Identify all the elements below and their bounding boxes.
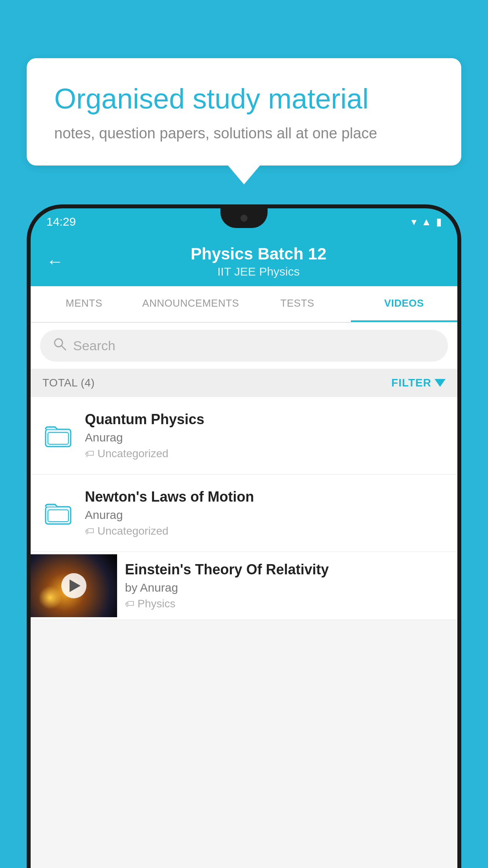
filter-icon <box>435 379 446 387</box>
tab-announcements[interactable]: ANNOUNCEMENTS <box>138 286 244 322</box>
item-title: Newton's Laws of Motion <box>85 489 446 505</box>
back-button[interactable]: ← <box>46 252 64 271</box>
search-bar[interactable]: Search <box>40 330 448 362</box>
status-time: 14:29 <box>46 215 76 228</box>
einstein-content: Einstein's Theory Of Relativity by Anura… <box>117 552 457 620</box>
einstein-tag: 🏷 Physics <box>125 598 449 610</box>
item-author: Anurag <box>85 508 446 522</box>
list-item-thumbnail[interactable]: Einstein's Theory Of Relativity by Anura… <box>31 552 457 620</box>
phone-frame: 14:29 ▾ ▲ ▮ ← Physics Batch 12 IIT JEE P… <box>27 204 461 868</box>
svg-line-1 <box>62 346 66 350</box>
item-content: Quantum Physics Anurag 🏷 Uncategorized <box>85 411 446 460</box>
tab-videos[interactable]: VIDEOS <box>351 286 458 322</box>
signal-icon: ▲ <box>421 216 431 228</box>
phone-inner: 14:29 ▾ ▲ ▮ ← Physics Batch 12 IIT JEE P… <box>31 208 457 868</box>
einstein-tag-label: Physics <box>138 598 175 610</box>
battery-icon: ▮ <box>436 216 442 228</box>
speech-bubble-wrapper: Organised study material notes, question… <box>27 58 461 166</box>
tabs-bar: MENTS ANNOUNCEMENTS TESTS VIDEOS <box>31 286 457 323</box>
folder-icon <box>42 497 74 529</box>
status-icons: ▾ ▲ ▮ <box>411 216 442 228</box>
filter-label: FILTER <box>391 377 431 389</box>
play-icon <box>70 579 81 592</box>
search-bar-wrapper: Search <box>31 323 457 369</box>
svg-rect-5 <box>48 510 68 522</box>
tag-icon: 🏷 <box>85 526 94 537</box>
play-button[interactable] <box>61 573 86 598</box>
item-content: Newton's Laws of Motion Anurag 🏷 Uncateg… <box>85 489 446 537</box>
notch <box>220 208 268 228</box>
camera-dot <box>240 215 248 222</box>
header-main-title: Physics Batch 12 <box>75 245 442 263</box>
header-title-block: Physics Batch 12 IIT JEE Physics <box>75 245 442 278</box>
status-bar: 14:29 ▾ ▲ ▮ <box>31 208 457 235</box>
filter-button[interactable]: FILTER <box>391 377 446 389</box>
tab-tests[interactable]: TESTS <box>244 286 351 322</box>
tab-ments[interactable]: MENTS <box>31 286 138 322</box>
filter-bar: TOTAL (4) FILTER <box>31 369 457 397</box>
video-list: Quantum Physics Anurag 🏷 Uncategorized <box>31 397 457 620</box>
bubble-title: Organised study material <box>54 82 434 116</box>
list-item[interactable]: Newton's Laws of Motion Anurag 🏷 Uncateg… <box>31 474 457 552</box>
search-input[interactable]: Search <box>73 338 116 353</box>
wifi-icon: ▾ <box>411 216 416 228</box>
einstein-author: by Anurag <box>125 581 449 594</box>
bubble-subtitle: notes, question papers, solutions all at… <box>54 125 434 142</box>
app-header: ← Physics Batch 12 IIT JEE Physics <box>31 235 457 286</box>
header-subtitle: IIT JEE Physics <box>75 265 442 278</box>
screen-content: Search TOTAL (4) FILTER <box>31 323 457 868</box>
tag-icon: 🏷 <box>125 598 134 609</box>
item-title: Quantum Physics <box>85 411 446 428</box>
total-count: TOTAL (4) <box>42 377 95 389</box>
item-tag: 🏷 Uncategorized <box>85 525 446 537</box>
svg-rect-3 <box>48 432 68 444</box>
item-tag: 🏷 Uncategorized <box>85 447 446 460</box>
speech-bubble: Organised study material notes, question… <box>27 58 461 166</box>
list-item[interactable]: Quantum Physics Anurag 🏷 Uncategorized <box>31 397 457 474</box>
thumbnail-glow <box>39 586 62 609</box>
item-author: Anurag <box>85 431 446 444</box>
tag-icon: 🏷 <box>85 448 94 459</box>
item-tag-label: Uncategorized <box>97 447 169 460</box>
search-icon <box>53 337 67 355</box>
folder-icon <box>42 420 74 451</box>
video-thumbnail <box>31 554 117 617</box>
item-tag-label: Uncategorized <box>97 525 169 537</box>
einstein-title: Einstein's Theory Of Relativity <box>125 561 449 578</box>
